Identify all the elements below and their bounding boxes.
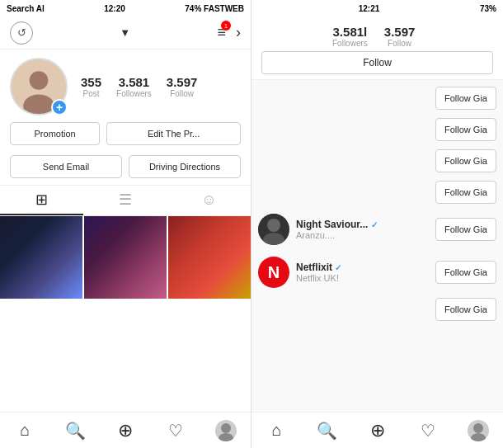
right-top: 3.581l Followers 3.597 Follow Follow <box>252 17 503 80</box>
photo-cell-3[interactable] <box>168 216 251 299</box>
nav-heart-right[interactable]: ♡ <box>411 414 444 447</box>
nav-add-left[interactable]: ⊕ <box>109 414 142 447</box>
status-battery-right: 73% <box>480 4 496 13</box>
add-icon-left: ⊕ <box>118 420 133 441</box>
follow-gia-button-last[interactable]: Follow Gia <box>435 298 496 321</box>
driving-directions-button[interactable]: Driving Directions <box>129 155 241 178</box>
night-saviour-avatar <box>258 214 289 245</box>
nav-profile-left[interactable] <box>209 414 242 447</box>
posts-count: 355 <box>81 75 101 89</box>
right-followers-stat: 3.581l Followers <box>332 25 368 48</box>
night-saviour-subname: Aranzu.... <box>296 230 378 240</box>
add-icon-right: ⊕ <box>370 420 385 441</box>
nav-home-right[interactable]: ⌂ <box>261 414 294 447</box>
send-email-button[interactable]: Send Email <box>10 155 122 178</box>
follow-gia-row-1: Follow Gia <box>258 85 496 111</box>
left-panel: Search Al 12:20 74% FASTWEB ↺ ▼ ≡ 1 › <box>0 0 252 448</box>
netflix-subname: Netflix UK! <box>296 273 341 283</box>
bottom-nav-left: ⌂ 🔍 ⊕ ♡ <box>0 412 251 448</box>
forward-button[interactable]: › <box>236 24 241 41</box>
posts-label: Post <box>81 89 101 98</box>
back-icon: ↺ <box>17 26 26 39</box>
tab-list[interactable]: ☰ <box>83 186 167 215</box>
photo-grid <box>0 216 251 412</box>
followers-count: 3.581 <box>116 75 152 89</box>
menu-button[interactable]: ≡ 1 <box>217 24 226 41</box>
follow-gia-row-4: Follow Gia <box>258 179 496 205</box>
photo-cell-1[interactable] <box>0 216 82 299</box>
battery-left: 74% <box>185 4 201 13</box>
follow-list: Follow Gia Follow Gia Follow Gia Follow … <box>252 80 503 412</box>
follow-gia-button-3[interactable]: Follow Gia <box>435 149 496 172</box>
profile-stats: 355 Post 3.581 Followers 3.597 Follow <box>81 75 197 98</box>
right-following-label: Follow <box>384 39 416 48</box>
followers-label: Followers <box>116 89 152 98</box>
back-button[interactable]: ↺ <box>10 21 33 45</box>
follow-item-netflix-left: N Netflixit ✓ Netflix UK! <box>258 257 341 288</box>
nav-heart-left[interactable]: ♡ <box>159 414 192 447</box>
netflix-avatar: N <box>258 257 289 288</box>
avatar-wrap: + <box>10 58 68 116</box>
forward-icon: › <box>236 24 241 40</box>
follow-gia-button-1[interactable]: Follow Gia <box>435 87 496 110</box>
nav-search-left[interactable]: 🔍 <box>59 414 92 447</box>
follow-item-netflix: N Netflixit ✓ Netflix UK! Follow Gia <box>258 253 496 291</box>
photo-cell-2[interactable] <box>84 216 167 299</box>
follow-button[interactable]: Follow <box>261 51 493 74</box>
netflix-username: Netflixit ✓ <box>296 262 341 273</box>
nav-profile-right[interactable] <box>462 414 495 447</box>
heart-icon-left: ♡ <box>168 421 183 441</box>
search-icon-right: 🔍 <box>317 421 337 441</box>
follow-gia-button-4[interactable]: Follow Gia <box>435 181 496 204</box>
nav-dropdown-icon: ▼ <box>120 26 130 39</box>
right-panel: 12:21 73% 3.581l Followers 3.597 Follow … <box>252 0 503 448</box>
status-time-left: 12:20 <box>104 4 125 13</box>
following-stat: 3.597 Follow <box>167 75 198 98</box>
network-left: FASTWEB <box>204 4 244 13</box>
list-icon: ☰ <box>119 191 132 209</box>
add-avatar-button[interactable]: + <box>51 99 68 116</box>
svg-point-8 <box>473 423 483 433</box>
search-icon-left: 🔍 <box>65 421 86 441</box>
nav-right: ≡ 1 › <box>217 24 241 41</box>
svg-point-4 <box>219 433 233 441</box>
profile-avatar-left <box>215 420 237 441</box>
tagged-icon: ☺ <box>201 191 216 209</box>
svg-point-9 <box>471 433 486 441</box>
profile-section: + 355 Post 3.581 Followers 3.597 Follow <box>0 50 251 122</box>
edit-profile-button[interactable]: Edit The Pr... <box>106 122 241 145</box>
bottom-nav-right: ⌂ 🔍 ⊕ ♡ <box>252 412 503 448</box>
follow-gia-row-last: Follow Gia <box>258 296 496 323</box>
profile-avatar-right <box>468 420 489 441</box>
nav-center: ▼ <box>120 26 130 39</box>
nav-add-right[interactable]: ⊕ <box>361 414 394 447</box>
home-icon-right: ⌂ <box>271 421 281 440</box>
followers-stat: 3.581 Followers <box>116 75 152 98</box>
follow-gia-button-2[interactable]: Follow Gia <box>435 118 496 141</box>
promotion-button[interactable]: Promotion <box>10 122 100 145</box>
follow-gia-row-3: Follow Gia <box>258 148 496 174</box>
status-bar-left: Search Al 12:20 74% FASTWEB <box>0 0 251 17</box>
tab-tagged[interactable]: ☺ <box>167 186 251 215</box>
tab-grid[interactable]: ⊞ <box>0 186 83 215</box>
home-icon-left: ⌂ <box>20 421 30 440</box>
netflix-verified-badge: ✓ <box>335 263 341 272</box>
svg-point-1 <box>30 71 49 90</box>
action-buttons: Promotion Edit The Pr... <box>0 122 251 152</box>
netflix-logo: N <box>268 263 280 282</box>
nav-search-right[interactable]: 🔍 <box>311 414 344 447</box>
right-stats-row: 3.581l Followers 3.597 Follow <box>261 25 493 48</box>
follow-gia-button-night[interactable]: Follow Gia <box>435 218 496 241</box>
follow-item-night: Night Saviour... ✓ Aranzu.... Follow Gia <box>258 210 496 248</box>
heart-icon-right: ♡ <box>421 421 435 441</box>
following-count: 3.597 <box>167 75 198 89</box>
status-bar-right: 12:21 73% <box>252 0 503 17</box>
posts-stat: 355 Post <box>81 75 101 98</box>
follow-gia-button-netflix[interactable]: Follow Gia <box>435 261 496 284</box>
menu-badge: 1 <box>221 21 231 31</box>
status-right-left: 74% FASTWEB <box>185 4 244 13</box>
svg-point-6 <box>267 219 280 232</box>
right-following-count: 3.597 <box>384 25 416 39</box>
nav-home-left[interactable]: ⌂ <box>8 414 41 447</box>
grid-icon: ⊞ <box>35 191 48 209</box>
